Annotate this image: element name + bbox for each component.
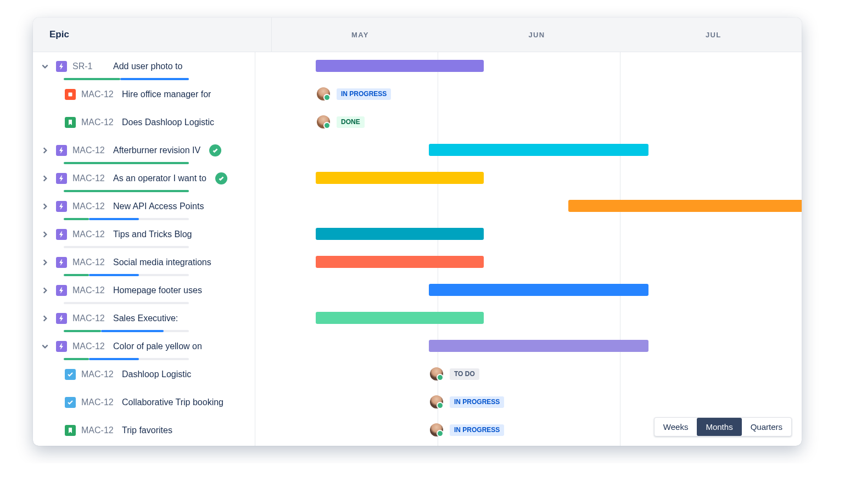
status-lozenge[interactable]: TO DO bbox=[450, 368, 479, 380]
issue-key[interactable]: MAC-12 bbox=[72, 201, 108, 211]
timeline-row bbox=[255, 52, 802, 80]
epic-bar[interactable] bbox=[568, 200, 802, 212]
issue-key[interactable]: MAC-12 bbox=[81, 425, 116, 435]
epic-row[interactable]: MAC-12Homepage footer uses bbox=[33, 276, 255, 304]
chevron-right-icon[interactable] bbox=[40, 315, 51, 322]
issue-key[interactable]: MAC-12 bbox=[72, 173, 108, 183]
issue-title[interactable]: Tips and Tricks Blog bbox=[113, 229, 192, 239]
timeline-row bbox=[255, 444, 802, 446]
issue-title[interactable]: Trip favorites bbox=[122, 425, 172, 435]
issue-title[interactable]: New API Access Points bbox=[113, 201, 204, 211]
timeline-row bbox=[255, 276, 802, 304]
child-issue-row[interactable]: MAC-12Trip favorites bbox=[33, 416, 255, 444]
epic-row[interactable]: SR-1Add user photo to bbox=[33, 52, 255, 80]
avatar[interactable] bbox=[317, 87, 330, 100]
zoom-weeks[interactable]: Weeks bbox=[655, 418, 697, 436]
epic-row[interactable]: MAC-12New API Access Points bbox=[33, 192, 255, 220]
child-issue-row[interactable]: MAC-12Does Dashloop Logistic bbox=[33, 108, 255, 136]
task-icon bbox=[65, 397, 76, 408]
task-icon bbox=[65, 369, 76, 380]
child-issue-row[interactable]: MAC-12Collaborative Trip booking bbox=[33, 388, 255, 416]
issue-title[interactable]: Color of pale yellow on bbox=[113, 341, 202, 351]
epic-row[interactable]: MAC-12New API Access Points bbox=[33, 444, 255, 446]
svg-rect-0 bbox=[69, 92, 72, 96]
issue-title[interactable]: Sales Executive: bbox=[113, 313, 178, 323]
timeline[interactable]: IN PROGRESSDONETO DOIN PROGRESSIN PROGRE… bbox=[255, 52, 802, 446]
story-icon bbox=[65, 425, 76, 436]
progress-bar bbox=[64, 78, 189, 80]
zoom-quarters[interactable]: Quarters bbox=[742, 418, 791, 436]
epic-icon bbox=[56, 145, 67, 156]
epic-icon bbox=[56, 61, 67, 72]
issue-title[interactable]: Afterburner revision IV bbox=[113, 145, 200, 155]
timeline-row bbox=[255, 136, 802, 164]
chevron-right-icon[interactable] bbox=[40, 231, 51, 238]
avatar[interactable] bbox=[430, 395, 443, 408]
issue-key[interactable]: MAC-12 bbox=[72, 341, 108, 351]
status-lozenge[interactable]: IN PROGRESS bbox=[450, 396, 504, 408]
epic-row[interactable]: MAC-12As an operator I want to bbox=[33, 164, 255, 192]
issue-key[interactable]: MAC-12 bbox=[72, 313, 108, 323]
chevron-right-icon[interactable] bbox=[40, 175, 51, 182]
issue-key[interactable]: MAC-12 bbox=[72, 145, 108, 155]
issue-title[interactable]: As an operator I want to bbox=[113, 173, 206, 183]
epic-bar[interactable] bbox=[429, 340, 648, 352]
epic-icon bbox=[56, 341, 67, 352]
avatar[interactable] bbox=[430, 367, 443, 380]
avatar[interactable] bbox=[430, 423, 443, 436]
issue-key[interactable]: MAC-12 bbox=[72, 285, 108, 295]
issue-title[interactable]: Homepage footer uses bbox=[113, 285, 202, 295]
epic-bar[interactable] bbox=[316, 256, 484, 268]
issue-key[interactable]: MAC-12 bbox=[72, 229, 108, 239]
epic-icon bbox=[56, 173, 67, 184]
timeline-row: IN PROGRESS bbox=[255, 388, 802, 416]
issue-title[interactable]: Social media integrations bbox=[113, 257, 211, 267]
child-issue-row[interactable]: MAC-12Dashloop Logistic bbox=[33, 360, 255, 388]
timeline-row bbox=[255, 332, 802, 360]
status-lozenge[interactable]: DONE bbox=[337, 116, 365, 128]
epic-icon bbox=[56, 201, 67, 212]
issue-title[interactable]: Collaborative Trip booking bbox=[122, 397, 223, 407]
issue-key[interactable]: MAC-12 bbox=[81, 89, 116, 99]
epic-row[interactable]: MAC-12Color of pale yellow on bbox=[33, 332, 255, 360]
done-badge bbox=[215, 172, 227, 184]
epic-bar[interactable] bbox=[316, 172, 484, 184]
epic-bar[interactable] bbox=[316, 228, 484, 240]
zoom-months[interactable]: Months bbox=[697, 418, 741, 436]
chevron-right-icon[interactable] bbox=[40, 287, 51, 294]
epic-icon bbox=[56, 257, 67, 268]
presence-indicator bbox=[437, 402, 444, 409]
issue-title[interactable]: Dashloop Logistic bbox=[122, 369, 191, 379]
epic-icon bbox=[56, 285, 67, 296]
timeline-row bbox=[255, 248, 802, 276]
presence-indicator bbox=[323, 94, 331, 101]
epic-bar[interactable] bbox=[316, 312, 484, 324]
avatar[interactable] bbox=[317, 115, 330, 128]
epic-bar[interactable] bbox=[429, 144, 648, 156]
epic-row[interactable]: MAC-12Social media integrations bbox=[33, 248, 255, 276]
epic-row[interactable]: MAC-12Tips and Tricks Blog bbox=[33, 220, 255, 248]
chevron-down-icon[interactable] bbox=[40, 343, 51, 350]
issue-key[interactable]: MAC-12 bbox=[81, 117, 116, 127]
status-lozenge[interactable]: IN PROGRESS bbox=[337, 88, 391, 100]
issue-key[interactable]: MAC-12 bbox=[72, 257, 108, 267]
issue-title[interactable]: Does Dashloop Logistic bbox=[122, 117, 214, 127]
issue-key[interactable]: MAC-12 bbox=[81, 397, 116, 407]
timeline-row: IN PROGRESS bbox=[255, 80, 802, 108]
child-issue-row[interactable]: MAC-12Hire office manager for bbox=[33, 80, 255, 108]
epic-bar[interactable] bbox=[316, 60, 484, 72]
chevron-right-icon[interactable] bbox=[40, 147, 51, 154]
epic-row[interactable]: MAC-12Sales Executive: bbox=[33, 304, 255, 332]
issue-key[interactable]: SR-1 bbox=[72, 61, 108, 71]
status-lozenge[interactable]: IN PROGRESS bbox=[450, 424, 504, 436]
issue-title[interactable]: Hire office manager for bbox=[122, 89, 211, 99]
chevron-down-icon[interactable] bbox=[40, 63, 51, 70]
chevron-right-icon[interactable] bbox=[40, 259, 51, 266]
epic-bar[interactable] bbox=[429, 284, 648, 296]
issue-title[interactable]: Add user photo to bbox=[113, 61, 182, 71]
issue-key[interactable]: MAC-12 bbox=[81, 369, 116, 379]
done-badge bbox=[209, 144, 221, 156]
chevron-right-icon[interactable] bbox=[40, 203, 51, 210]
timeline-row bbox=[255, 164, 802, 192]
epic-row[interactable]: MAC-12Afterburner revision IV bbox=[33, 136, 255, 164]
